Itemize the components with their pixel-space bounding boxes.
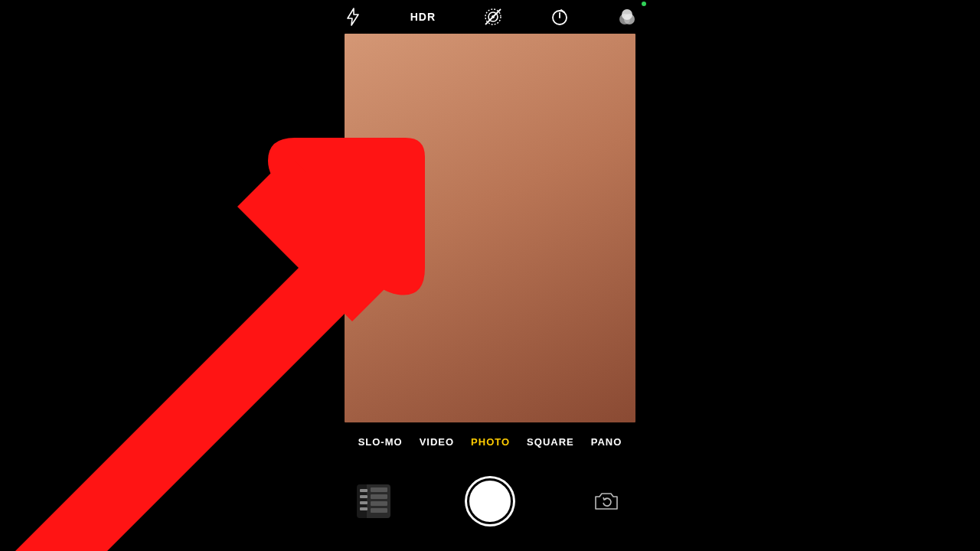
camera-mode-selector[interactable]: SLO-MO VIDEO PHOTO SQUARE PANO	[329, 429, 651, 455]
mode-slo-mo[interactable]: SLO-MO	[358, 436, 403, 448]
camera-bottom-controls	[329, 459, 651, 543]
mode-photo[interactable]: PHOTO	[471, 436, 510, 448]
camera-viewfinder[interactable]	[345, 34, 635, 422]
mode-video[interactable]: VIDEO	[420, 436, 454, 448]
last-photo-thumbnail[interactable]	[357, 484, 390, 518]
camera-app-frame: HDR	[329, 0, 651, 551]
switch-camera-button[interactable]	[590, 484, 623, 518]
mode-square[interactable]: SQUARE	[527, 436, 574, 448]
mode-pano[interactable]: PANO	[591, 436, 622, 448]
flash-icon[interactable]	[343, 7, 363, 27]
svg-point-9	[622, 9, 632, 20]
camera-top-toolbar: HDR	[329, 0, 651, 34]
svg-line-6	[561, 10, 564, 12]
screenshot-stage: HDR	[0, 0, 980, 551]
shutter-button[interactable]	[465, 476, 515, 527]
live-photo-off-icon[interactable]	[483, 7, 503, 27]
filters-icon[interactable]	[617, 7, 637, 27]
timer-icon[interactable]	[550, 7, 570, 27]
hdr-button[interactable]: HDR	[410, 11, 436, 23]
svg-line-3	[485, 9, 501, 24]
